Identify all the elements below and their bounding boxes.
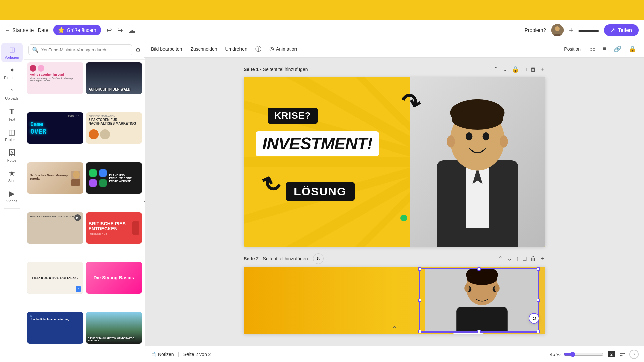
handle-bottom-left[interactable] (418, 330, 421, 333)
resize-button[interactable]: 🌟 Größe ändern (53, 25, 101, 35)
template-britisch[interactable]: BRITISCHE PIES ENTDECKEN Probierunde Nr.… (86, 212, 142, 244)
crop-label: Zuschneiden (190, 46, 217, 52)
template-wanderwege[interactable]: DIE SPEKTAKULÄRSTEN WANDERWEGE EUROPAS (86, 312, 142, 344)
sidebar-item-fotos[interactable]: 🖼 Fotos (1, 146, 23, 165)
zoom-slider[interactable] (564, 352, 604, 357)
template-favorites[interactable]: Meine Favoriten im Juni Meine Vorschläge… (27, 62, 83, 94)
back-label: Startseite (12, 27, 34, 33)
bridal-title: Natürliches Braut Make-up Tutorial (30, 174, 71, 180)
grid-icon-btn[interactable]: ■ (601, 44, 608, 54)
problem-button[interactable]: Problem? (525, 27, 546, 33)
filter-icon: ⚙ (135, 47, 141, 53)
bottom-bar: 📄 Notizen | Seite 2 von 2 45 % 2 ⥂ ? (145, 346, 644, 362)
template-forest[interactable]: AUFBRUCH IN DEN WALD (86, 62, 142, 94)
template-styling[interactable]: Die Styling Basics (86, 262, 142, 294)
template-game[interactable]: Game OVER pops ··· (27, 112, 83, 144)
page-2-add[interactable]: + (539, 254, 545, 264)
page-1-collapse-down[interactable]: ⌄ (501, 64, 509, 74)
handle-middle-left[interactable] (418, 299, 421, 302)
filter-button[interactable]: ⚙ (135, 46, 141, 54)
crop-button[interactable]: Zuschneiden (190, 45, 217, 53)
fotos-label: Fotos (7, 158, 17, 162)
page-2-collapse-down[interactable]: ⌄ (505, 254, 513, 264)
template-bridal[interactable]: Natürliches Braut Make-up Tutorial (27, 162, 83, 194)
page-1-duplicate[interactable]: □ (522, 65, 528, 74)
template-marketing[interactable]: BUSINESS MOTIVATION 3 FAKTOREN FÜR NACHH… (86, 112, 142, 144)
template-website[interactable]: PLANE UND ERRICHTE DEINE ERSTE WEBSITE (86, 162, 142, 194)
back-button[interactable]: ← Startseite (5, 27, 34, 33)
handle-bottom-right[interactable] (537, 330, 540, 333)
favorites-title: Meine Favoriten im Juni (30, 73, 80, 76)
position-button[interactable]: Position (564, 46, 581, 52)
handle-top-right[interactable] (537, 267, 540, 271)
sidebar-item-projekte[interactable]: ◫ Projekte (1, 125, 23, 144)
page-1-actions: ⌃ ⌄ 🔒 □ 🗑 + (492, 64, 545, 74)
page-1-canvas[interactable]: KRISE? ↷ INVESTMENT! ↷ LÖSUNG (244, 77, 545, 247)
template-tutorial[interactable]: Tutorial für einen Clan Lock in Minuten … (27, 212, 83, 244)
sidebar-item-text[interactable]: T Text (1, 104, 23, 124)
add-user-button[interactable]: + (569, 26, 573, 35)
search-input[interactable] (41, 47, 129, 52)
kreativ-title: DER KREATIVE PROZESS (32, 276, 78, 280)
flip-button[interactable]: Umdrehen (225, 45, 247, 53)
share-button[interactable]: ↗ Teilen (604, 24, 639, 36)
secondary-toolbar-icons: ☷ ■ 🔗 🔒 (589, 44, 637, 54)
template-kreativ[interactable]: DER KREATIVE PROZESS ID (27, 262, 83, 294)
fullscreen-button[interactable]: ⥂ (620, 350, 625, 358)
styling-title: Die Styling Basics (94, 275, 134, 280)
lock-icon-btn[interactable]: 🔒 (627, 44, 637, 54)
handle-top-middle[interactable] (477, 267, 481, 271)
problem-label: Problem? (525, 27, 546, 33)
page-indicator: Seite 2 von 2 (183, 352, 211, 357)
avatar (551, 24, 564, 36)
page-2-canvas[interactable]: □ 🗑 ⋯ ↻ ⌃ (244, 267, 545, 334)
handle-bottom-middle[interactable] (477, 330, 481, 333)
page-1-collapse-up[interactable]: ⌃ (492, 64, 500, 74)
plus-icon: + (569, 26, 573, 34)
page-2-collapse-indicator[interactable]: ⌃ (392, 325, 397, 333)
template-innenausstattung[interactable]: ID Unnahmliche Innenausstattung (27, 312, 83, 344)
filter-icon-btn[interactable]: ☷ (589, 44, 597, 54)
page-2-share[interactable]: ↑ (515, 254, 520, 264)
sidebar-item-pattern[interactable]: ⋯ (1, 212, 23, 224)
sidebar-item-elemente[interactable]: ✦ Elemente (1, 63, 23, 82)
notes-button[interactable]: 📄 Notizen (150, 352, 174, 357)
toolbar-right: Problem? + ▬▬▬ ↗ Teilen (525, 24, 639, 36)
page-2-collapse-up[interactable]: ⌃ (496, 254, 504, 264)
page-2-delete[interactable]: 🗑 (529, 254, 538, 264)
fullscreen-icon: ⥂ (620, 351, 625, 358)
templates-grid: Meine Favoriten im Juni Meine Vorschläge… (24, 60, 145, 362)
sidebar-item-uploads[interactable]: ↑ Uploads (1, 84, 23, 103)
page-1-lock[interactable]: 🔒 (510, 64, 520, 74)
link-icon-btn[interactable]: 🔗 (612, 44, 623, 54)
krise-text[interactable]: KRISE? (268, 108, 318, 124)
page-2-duplicate[interactable]: □ (522, 254, 528, 264)
britisch-title: BRITISCHE PIES ENTDECKEN (89, 221, 133, 232)
info-button[interactable]: ⓘ (255, 45, 261, 53)
page-1-add[interactable]: + (539, 65, 545, 74)
help-button[interactable]: ? (629, 350, 639, 359)
templates-search: 🔍 ⚙ (24, 40, 145, 60)
loesung-text[interactable]: LÖSUNG (286, 182, 355, 201)
animation-button[interactable]: ◎ Animation (269, 44, 297, 53)
rotate-handle[interactable]: ↻ (529, 313, 539, 324)
cloud-button[interactable]: ☁ (127, 25, 137, 36)
page-2-refresh[interactable]: ↻ (313, 253, 324, 264)
sidebar-item-stile[interactable]: ★ Stile (1, 166, 23, 185)
investment-text[interactable]: INVESTMENT! (256, 131, 379, 156)
undo-button[interactable]: ↩ (105, 25, 113, 36)
page-1-delete[interactable]: 🗑 (529, 65, 538, 74)
analytics-button[interactable]: ▬▬▬ (579, 26, 599, 34)
chart-icon: ▬▬▬ (579, 26, 599, 34)
favorites-subtitle: Meine Vorschläge zu Schönheit, Make-up, … (30, 77, 80, 82)
panel-collapse-button[interactable]: ‹ (141, 193, 145, 209)
svg-point-19 (447, 135, 455, 147)
page-1-container: Seite 1 - Seitentitel hinzufügen ⌃ ⌄ 🔒 □… (244, 64, 545, 247)
redo-button[interactable]: ↪ (116, 25, 124, 36)
edit-image-button[interactable]: Bild bearbeiten (151, 45, 182, 53)
handle-middle-right[interactable] (537, 299, 540, 302)
handle-top-left[interactable] (418, 267, 421, 271)
sidebar-item-videos[interactable]: ▶ Videos (1, 187, 23, 206)
sidebar-item-vorlagen[interactable]: ⊞ Vorlagen (1, 43, 23, 62)
file-button[interactable]: Datei (38, 27, 49, 33)
